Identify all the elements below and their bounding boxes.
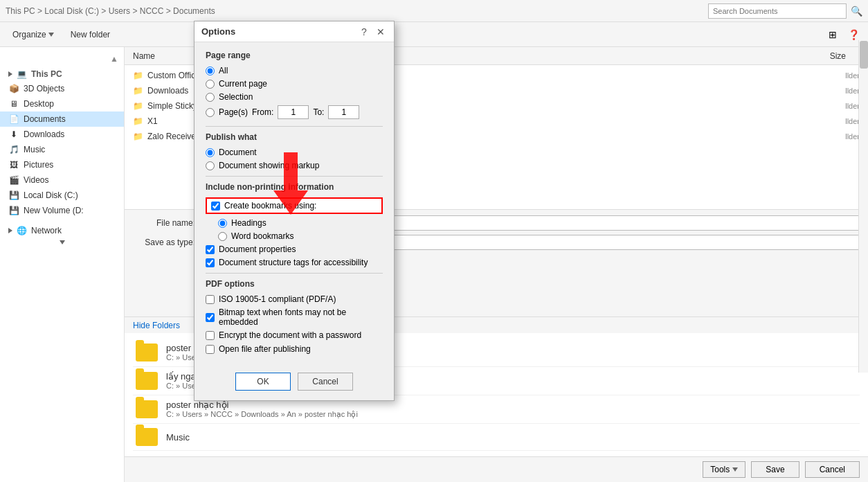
folder-icon: 📁: [133, 116, 143, 126]
folder-indicator-3: llder: [845, 117, 860, 125]
tools-button[interactable]: Tools: [703, 461, 745, 478]
radio-document[interactable]: [206, 148, 215, 157]
sidebar-item-local-disk[interactable]: 💾 Local Disk (C:): [0, 188, 124, 203]
radio-word-bookmarks[interactable]: [218, 232, 227, 241]
encrypt-label: Encrypt the document with a password: [219, 330, 361, 340]
open-file-checkbox[interactable]: [206, 345, 215, 354]
iso-checkbox[interactable]: [206, 295, 215, 304]
recent-folder-icon: [136, 372, 158, 390]
doc-structure-row: Document structure tags for accessibilit…: [206, 258, 383, 267]
dialog-cancel-button[interactable]: Cancel: [298, 373, 353, 391]
dialog-controls: ? ✕: [358, 26, 387, 38]
recent-file-path: C: » Users » NCCC » Downloads » An » pos…: [166, 410, 358, 419]
topbar: This PC > Local Disk (C:) > Users > NCCC…: [0, 0, 868, 22]
toolbar: Organize New folder ⊞ ❓: [0, 22, 868, 47]
tools-label: Tools: [710, 465, 730, 474]
sidebar-item-music[interactable]: 🎵 Music: [0, 142, 124, 157]
new-volume-icon: 💾: [8, 205, 19, 216]
network-icon: 🌐: [17, 226, 27, 235]
sidebar-item-videos[interactable]: 🎬 Videos: [0, 172, 124, 188]
recent-folder-icon: [136, 428, 158, 446]
doc-structure-checkbox[interactable]: [206, 258, 215, 267]
radio-all-row: All: [206, 66, 383, 75]
radio-current-row: Current page: [206, 79, 383, 89]
3d-objects-icon: 📦: [8, 83, 19, 94]
music-icon: 🎵: [8, 144, 19, 155]
recent-file-info: poster nhạc hội C: » Users » NCCC » Down…: [166, 400, 358, 419]
create-bookmarks-checkbox[interactable]: [211, 202, 220, 211]
videos-icon: 🎬: [8, 175, 19, 186]
recent-file-name: Music: [166, 432, 190, 443]
recent-folder-icon: [136, 400, 158, 418]
sidebar-item-network[interactable]: 🌐 Network: [0, 224, 124, 238]
scrollbar-thumb[interactable]: [860, 47, 868, 69]
search-icon[interactable]: 🔍: [851, 6, 862, 17]
new-folder-button[interactable]: New folder: [66, 28, 114, 41]
sidebar-this-pc[interactable]: 💻 This PC: [0, 65, 124, 81]
recent-file-item[interactable]: Music: [133, 424, 860, 451]
sidebar-item-downloads[interactable]: ⬇ Downloads: [0, 127, 124, 142]
bitmap-checkbox[interactable]: [206, 313, 215, 322]
encrypt-checkbox[interactable]: [206, 331, 215, 340]
sidebar-scroll-down-icon: [60, 240, 65, 244]
annotation-arrow: [263, 152, 318, 222]
organize-button[interactable]: Organize: [8, 28, 58, 41]
recent-folder-icon: [136, 343, 158, 362]
dialog-close-button[interactable]: ✕: [374, 26, 387, 38]
sidebar-item-3d-objects[interactable]: 📦 3D Objects: [0, 81, 124, 96]
folder-icon: 📁: [133, 132, 143, 141]
radio-current-label: Current page: [219, 79, 267, 89]
folder-name: X1: [147, 116, 158, 126]
cancel-button[interactable]: Cancel: [805, 461, 860, 478]
sidebar-item-pictures[interactable]: 🖼 Pictures: [0, 157, 124, 172]
view-options-icon[interactable]: ⊞: [829, 29, 837, 40]
folder-icon: 📁: [133, 86, 143, 96]
local-disk-icon: 💾: [8, 190, 19, 201]
size-column-header[interactable]: Size: [790, 51, 860, 61]
radio-current-page[interactable]: [206, 80, 215, 89]
save-row: Tools Save Cancel: [125, 456, 868, 482]
filename-label: File name:: [133, 218, 195, 228]
this-pc-icon: 💻: [17, 69, 27, 79]
folder-name: Downloads: [147, 86, 188, 96]
open-file-row: Open file after publishing: [206, 344, 383, 354]
to-input[interactable]: [328, 105, 359, 119]
sidebar-item-new-volume[interactable]: 💾 New Volume (D:: [0, 203, 124, 218]
sidebar-item-documents[interactable]: 📄 Documents: [0, 111, 124, 127]
radio-pages[interactable]: [206, 108, 215, 117]
radio-word-bookmarks-label: Word bookmarks: [231, 231, 293, 241]
divider-1: [206, 126, 383, 127]
dialog-help-button[interactable]: ?: [358, 26, 370, 38]
search-input[interactable]: [708, 3, 847, 19]
sidebar-item-desktop[interactable]: 🖥 Desktop: [0, 96, 124, 111]
iso-row: ISO 19005-1 compliant (PDF/A): [206, 294, 383, 304]
save-button[interactable]: Save: [751, 461, 799, 478]
breadcrumb-text: This PC > Local Disk (C:) > Users > NCCC…: [6, 6, 215, 16]
doc-properties-checkbox[interactable]: [206, 245, 215, 254]
radio-document-label: Document: [219, 148, 257, 157]
breadcrumb[interactable]: This PC > Local Disk (C:) > Users > NCCC…: [6, 6, 704, 16]
radio-headings-label: Headings: [231, 218, 266, 228]
iso-label: ISO 19005-1 compliant (PDF/A): [219, 294, 336, 304]
bitmap-label: Bitmap text when fonts may not be embedd…: [219, 307, 383, 327]
from-input[interactable]: [278, 105, 309, 119]
folder-indicator-1: llder: [845, 87, 860, 95]
radio-selection[interactable]: [206, 93, 215, 102]
help-icon[interactable]: ❓: [848, 29, 860, 40]
bitmap-row: Bitmap text when fonts may not be embedd…: [206, 307, 383, 327]
folder-indicator-0: llder: [845, 71, 860, 80]
dialog-ok-button[interactable]: OK: [235, 373, 291, 391]
publish-what-label: Publish what: [206, 132, 383, 142]
radio-all[interactable]: [206, 66, 215, 75]
doc-properties-label: Document properties: [219, 244, 296, 254]
doc-structure-label: Document structure tags for accessibilit…: [219, 258, 368, 267]
recent-file-info: Music: [166, 432, 190, 443]
scrollbar-track[interactable]: [858, 47, 868, 373]
radio-markup[interactable]: [206, 161, 215, 170]
radio-selection-label: Selection: [219, 92, 253, 102]
sidebar-up-button[interactable]: ▲: [110, 54, 118, 64]
folder-icon: 📁: [133, 101, 143, 111]
radio-headings[interactable]: [218, 219, 227, 228]
svg-marker-1: [273, 152, 308, 215]
radio-pages-label: Page(s): [219, 107, 248, 117]
